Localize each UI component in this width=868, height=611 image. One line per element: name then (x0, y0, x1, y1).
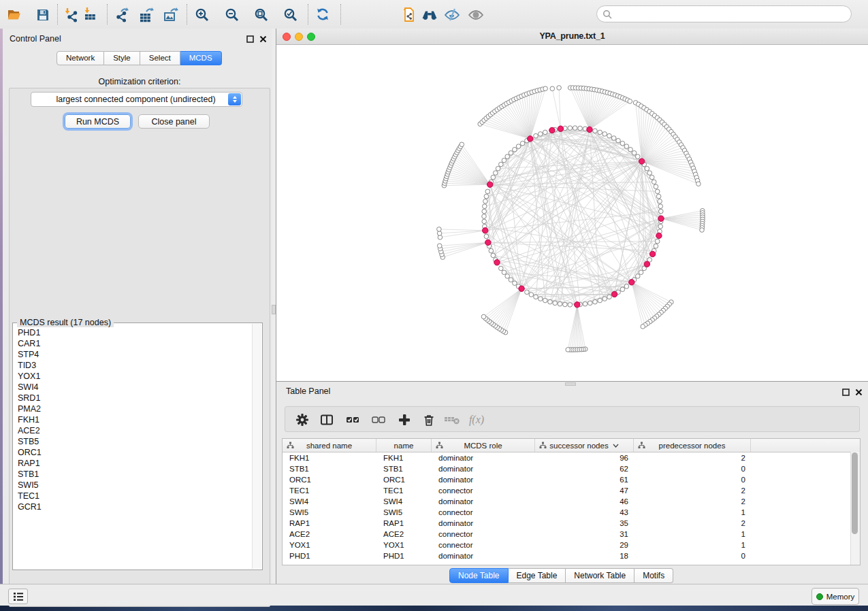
export-table-icon[interactable] (138, 6, 155, 24)
vertical-splitter[interactable] (272, 29, 276, 584)
table-row[interactable]: SWI5SWI5connector431 (283, 507, 860, 518)
table-cell[interactable]: connector (432, 530, 535, 538)
column-header-shared-name[interactable]: shared name (283, 439, 376, 452)
network-graph[interactable] (276, 45, 868, 381)
import-network-icon[interactable] (63, 6, 80, 24)
table-cell[interactable]: 2 (634, 486, 751, 495)
task-history-button[interactable] (8, 589, 28, 604)
tab-mcds[interactable]: MCDS (180, 51, 222, 65)
table-cell[interactable]: 2 (634, 519, 751, 527)
table-cell[interactable]: 0 (634, 476, 751, 484)
table-cell[interactable]: 43 (535, 508, 634, 516)
tab-motifs[interactable]: Motifs (634, 568, 673, 583)
table-cell[interactable]: 31 (535, 530, 634, 538)
zoom-in-icon[interactable] (193, 6, 211, 24)
column-header-successor-nodes[interactable]: successor nodes (535, 439, 634, 452)
table-cell[interactable]: 0 (634, 465, 751, 473)
table-cell[interactable]: dominator (432, 476, 535, 484)
table-row[interactable]: SWI4SWI4dominator462 (283, 496, 860, 507)
table-cell[interactable]: SWI5 (283, 508, 376, 516)
table-cell[interactable]: connector (432, 541, 535, 549)
tab-select[interactable]: Select (140, 51, 180, 65)
network-window-titlebar[interactable]: YPA_prune.txt_1 (276, 29, 868, 45)
table-cell[interactable]: RAP1 (283, 519, 376, 527)
float-panel-icon[interactable] (245, 34, 255, 44)
mcds-result-item[interactable]: ORC1 (18, 447, 252, 458)
table-row[interactable]: ORC1ORC1dominator610 (283, 474, 860, 485)
mcds-result-item[interactable]: STP4 (18, 349, 252, 360)
refresh-icon[interactable] (314, 6, 332, 24)
table-cell[interactable]: RAP1 (376, 519, 432, 527)
table-row[interactable]: PHD1PHD1dominator180 (283, 550, 860, 561)
table-row[interactable]: STB1STB1dominator620 (283, 463, 860, 474)
tab-network[interactable]: Network (57, 51, 104, 65)
mcds-result-item[interactable]: SWI4 (18, 382, 252, 393)
export-network-icon[interactable] (113, 6, 131, 24)
search-binoculars-icon[interactable] (421, 6, 438, 24)
table-cell[interactable]: 46 (535, 497, 634, 506)
mcds-result-item[interactable]: FKH1 (18, 414, 252, 425)
table-cell[interactable]: FKH1 (283, 454, 376, 462)
mcds-result-item[interactable]: RAP1 (18, 458, 252, 469)
table-cell[interactable]: 1 (634, 530, 751, 538)
table-cell[interactable]: TEC1 (283, 486, 376, 495)
table-scrollbar[interactable] (850, 452, 860, 565)
table-cell[interactable]: 18 (535, 552, 634, 560)
table-row[interactable]: TEC1TEC1connector472 (283, 485, 860, 496)
mcds-result-item[interactable]: CAR1 (18, 338, 252, 349)
table-cell[interactable]: dominator (432, 497, 535, 506)
share-document-icon[interactable] (400, 6, 418, 24)
table-cell[interactable]: 0 (634, 552, 751, 560)
close-panel-icon[interactable] (258, 34, 268, 44)
clear-selection-icon[interactable] (370, 412, 387, 428)
splitter-grip[interactable] (272, 305, 276, 314)
table-cell[interactable]: 61 (535, 476, 634, 484)
mcds-list-scrollbar[interactable] (252, 324, 261, 569)
mcds-result-item[interactable]: PHD1 (18, 327, 252, 338)
table-row[interactable]: ACE2ACE2connector311 (283, 529, 860, 540)
table-cell[interactable]: 29 (535, 541, 634, 549)
zoom-selected-icon[interactable] (282, 6, 300, 24)
table-cell[interactable]: SWI4 (376, 497, 432, 506)
zoom-fit-icon[interactable] (253, 6, 270, 24)
float-table-panel-icon[interactable] (841, 387, 850, 397)
hide-selected-icon[interactable] (443, 6, 461, 24)
table-cell[interactable]: ORC1 (376, 476, 432, 484)
import-table-icon[interactable] (82, 6, 99, 24)
close-table-panel-icon[interactable] (854, 387, 863, 397)
tab-edge-table[interactable]: Edge Table (509, 568, 566, 583)
table-cell[interactable]: connector (432, 486, 535, 495)
table-cell[interactable]: TEC1 (376, 486, 432, 495)
mcds-result-item[interactable]: STB5 (18, 436, 252, 447)
table-cell[interactable]: dominator (432, 465, 535, 473)
table-row[interactable]: RAP1RAP1dominator352 (283, 518, 860, 529)
mcds-result-item[interactable]: SWI5 (18, 480, 252, 491)
table-cell[interactable]: PHD1 (376, 552, 432, 560)
table-cell[interactable]: dominator (432, 552, 535, 560)
table-cell[interactable]: SWI4 (283, 497, 376, 506)
table-cell[interactable]: 2 (634, 454, 751, 462)
table-cell[interactable]: SWI5 (376, 508, 432, 516)
select-all-rows-icon[interactable] (344, 412, 361, 428)
table-cell[interactable]: PHD1 (283, 552, 376, 560)
table-cell[interactable]: ACE2 (376, 530, 432, 538)
table-scrollbar-thumb[interactable] (852, 452, 858, 534)
table-cell[interactable]: ORC1 (283, 476, 376, 484)
tab-network-table[interactable]: Network Table (566, 568, 634, 583)
network-canvas[interactable] (276, 45, 868, 381)
table-cell[interactable]: dominator (432, 454, 535, 462)
mcds-result-item[interactable]: TEC1 (18, 491, 252, 501)
table-cell[interactable]: ACE2 (283, 530, 376, 538)
zoom-out-icon[interactable] (223, 6, 241, 24)
search-field[interactable] (596, 5, 852, 22)
column-header-name[interactable]: name (376, 439, 432, 452)
table-cell[interactable]: YOX1 (283, 541, 376, 549)
search-input[interactable] (616, 9, 851, 20)
show-eye-icon[interactable] (467, 6, 485, 24)
open-folder-icon[interactable] (5, 6, 23, 24)
table-cell[interactable]: 1 (634, 508, 751, 516)
table-cell[interactable]: YOX1 (376, 541, 432, 549)
table-cell[interactable]: dominator (432, 519, 535, 527)
run-mcds-button[interactable]: Run MCDS (65, 114, 131, 129)
column-header-MCDS-role[interactable]: MCDS role (432, 439, 535, 452)
